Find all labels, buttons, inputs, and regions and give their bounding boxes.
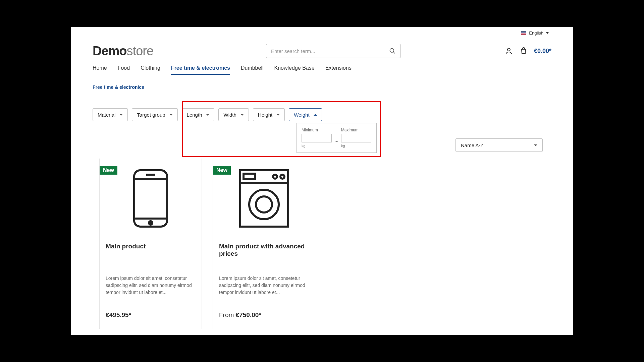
product-grid: New Main product Lorem ipsum dolor sit a… — [99, 159, 315, 329]
weight-min-unit: kg — [302, 144, 332, 148]
filter-material-label: Material — [98, 112, 115, 118]
cart-button[interactable] — [519, 47, 528, 55]
product-description: Lorem ipsum dolor sit amet, consetetur s… — [219, 275, 309, 296]
nav-home[interactable]: Home — [93, 65, 107, 75]
language-label: English — [529, 31, 543, 36]
nav-free-time-electronics[interactable]: Free time & electronics — [171, 65, 230, 75]
filter-width[interactable]: Width — [218, 108, 249, 121]
chevron-down-icon — [169, 114, 173, 116]
svg-point-0 — [390, 49, 394, 53]
nav-knowledge-base[interactable]: Knowledge Base — [274, 65, 315, 75]
filter-length-label: Length — [187, 112, 202, 118]
svg-point-6 — [149, 221, 152, 225]
weight-max-label: Maximum — [341, 128, 372, 132]
weight-max-input[interactable] — [341, 134, 371, 142]
weight-min-label: Minimum — [302, 128, 332, 132]
svg-rect-10 — [244, 174, 255, 179]
weight-max-unit: kg — [341, 144, 372, 148]
language-selector[interactable]: English — [521, 31, 549, 36]
svg-point-14 — [256, 196, 272, 213]
chevron-down-icon — [119, 114, 123, 116]
filter-material[interactable]: Material — [93, 108, 128, 121]
filter-weight[interactable]: Weight — [289, 108, 322, 121]
chevron-down-icon — [534, 144, 537, 146]
weight-filter-panel: Minimum kg – Maximum kg — [297, 123, 377, 153]
nav-clothing[interactable]: Clothing — [141, 65, 160, 75]
svg-point-2 — [507, 48, 510, 51]
smartphone-icon — [132, 168, 169, 229]
svg-point-13 — [249, 190, 279, 219]
product-price: From €750.00* — [219, 311, 309, 319]
uk-flag-icon — [521, 31, 526, 35]
svg-point-12 — [280, 175, 284, 179]
chevron-down-icon — [546, 32, 549, 34]
account-button[interactable] — [504, 47, 513, 55]
logo-bold: Demo — [93, 44, 127, 58]
product-card[interactable]: New Main product Lorem ipsum dolor sit a… — [99, 159, 202, 329]
logo-rest: store — [127, 44, 153, 58]
search-icon[interactable] — [389, 48, 396, 54]
nav-food[interactable]: Food — [118, 65, 130, 75]
filter-target-group-label: Target group — [137, 112, 165, 118]
filter-bar: Material Target group Length Width Heigh… — [93, 108, 322, 121]
filter-target-group[interactable]: Target group — [132, 108, 177, 121]
filter-width-label: Width — [223, 112, 236, 118]
product-title: Main product with advanced prices — [219, 243, 309, 259]
chevron-down-icon — [276, 114, 280, 116]
nav-dumbbell[interactable]: Dumbbell — [241, 65, 264, 75]
product-title: Main product — [106, 243, 196, 259]
filter-height-label: Height — [258, 112, 272, 118]
chevron-down-icon — [206, 114, 209, 116]
main-nav: Home Food Clothing Free time & electroni… — [93, 65, 352, 75]
product-description: Lorem ipsum dolor sit amet, consetetur s… — [106, 275, 196, 296]
sort-select[interactable]: Name A-Z — [455, 138, 543, 152]
filter-length[interactable]: Length — [182, 108, 215, 121]
search-input[interactable] — [271, 48, 389, 54]
weight-min-input[interactable] — [302, 134, 332, 142]
chevron-up-icon — [314, 114, 317, 116]
product-price: €495.95* — [106, 311, 196, 319]
filter-weight-label: Weight — [294, 112, 309, 118]
site-logo[interactable]: Demostore — [93, 44, 153, 58]
product-image — [106, 167, 196, 229]
chevron-down-icon — [240, 114, 244, 116]
filter-height[interactable]: Height — [253, 108, 285, 121]
svg-point-11 — [273, 175, 277, 179]
nav-extensions[interactable]: Extensions — [325, 65, 352, 75]
new-badge: New — [213, 166, 231, 175]
washing-machine-icon — [238, 168, 290, 229]
svg-line-1 — [393, 52, 395, 54]
sort-selected: Name A-Z — [461, 142, 484, 148]
cart-total[interactable]: €0.00* — [534, 48, 551, 55]
product-image — [219, 167, 309, 229]
search-bar[interactable] — [266, 44, 401, 58]
product-card[interactable]: New Main product with advanced prices Lo… — [213, 159, 315, 329]
new-badge: New — [100, 166, 117, 175]
range-dash: – — [335, 139, 338, 148]
breadcrumb[interactable]: Free time & electronics — [93, 84, 144, 90]
